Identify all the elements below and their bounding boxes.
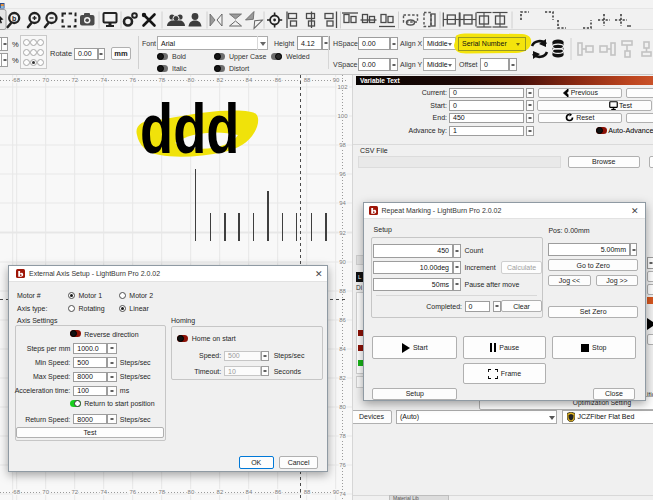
svg-text:b: b: [12, 14, 16, 21]
